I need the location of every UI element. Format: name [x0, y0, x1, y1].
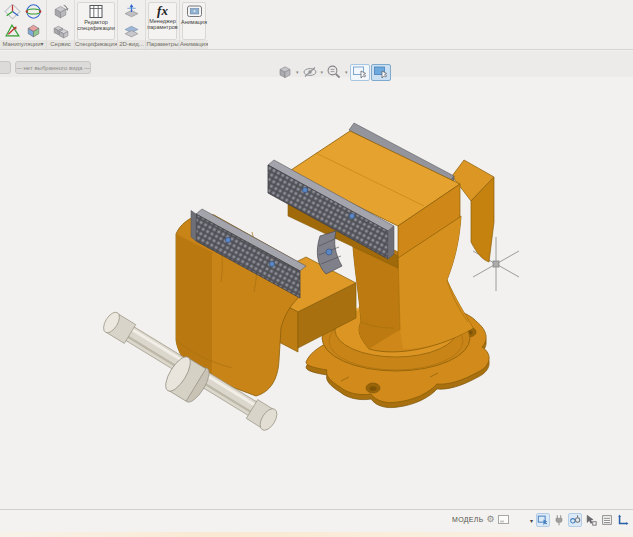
- mode-label: МОДЕЛЬ: [452, 516, 484, 523]
- list-icon[interactable]: [600, 513, 614, 527]
- gear-icon[interactable]: ⚙: [487, 514, 495, 524]
- plug-icon[interactable]: [552, 513, 566, 527]
- 2d-sheets-icon[interactable]: [123, 22, 140, 39]
- mode-indicator[interactable]: МОДЕЛЬ ⚙: [452, 514, 509, 524]
- group-label-service[interactable]: Сервис: [47, 40, 74, 49]
- animation-button[interactable]: Анимация: [182, 2, 206, 40]
- group-label-parameters[interactable]: Параметры: [146, 40, 179, 49]
- triad-icon[interactable]: [2, 2, 23, 21]
- status-icons: ▾: [530, 513, 630, 527]
- taskbar-edge: [0, 532, 633, 537]
- group-label-specification[interactable]: Спецификация: [75, 40, 117, 49]
- view-tab-stub[interactable]: [0, 61, 11, 74]
- ribbon-group-manipulations: Манипуляции▾: [0, 0, 47, 49]
- display-mode-cube-icon[interactable]: [276, 63, 294, 81]
- ribbon: Манипуляции▾ Сервис Редактор спецификаци…: [0, 0, 633, 50]
- animation-icon: [186, 4, 203, 19]
- animation-label: Анимация: [181, 19, 207, 25]
- view-tab[interactable]: — нет выбранного вида —: [15, 61, 91, 74]
- move-icon[interactable]: [2, 21, 23, 40]
- ribbon-group-service: Сервис: [47, 0, 75, 49]
- status-bar: МОДЕЛЬ ⚙ ▾: [0, 509, 633, 532]
- zoom-icon[interactable]: [325, 63, 343, 81]
- 2d-view-icon[interactable]: [123, 3, 140, 20]
- chevron-down-icon[interactable]: ▾: [530, 517, 533, 524]
- ribbon-group-2dview: 2D-вид...: [118, 0, 146, 49]
- spec-table-icon: [88, 4, 104, 19]
- chevron-down-icon[interactable]: ▾: [320, 69, 325, 75]
- select-filter-icon[interactable]: [536, 513, 550, 527]
- viewport-canvas[interactable]: [0, 77, 633, 509]
- chevron-down-icon: ▾: [41, 41, 44, 47]
- spec-editor-button[interactable]: Редактор спецификации: [77, 2, 115, 40]
- hide-eye-icon[interactable]: [301, 63, 319, 81]
- view-tab-label: — нет выбранного вида —: [16, 65, 90, 71]
- group-label-animation[interactable]: Анимация: [180, 40, 208, 49]
- parameter-manager-label: Менеджер параметров: [147, 18, 177, 31]
- axes-corner-icon[interactable]: [616, 513, 630, 527]
- vise-model[interactable]: [100, 123, 494, 433]
- select-rect-filled-icon[interactable]: [371, 64, 391, 81]
- spec-editor-label: Редактор спецификации: [77, 19, 114, 32]
- cube-rotate-icon[interactable]: [52, 3, 69, 20]
- ribbon-group-animation: Анимация Анимация: [180, 0, 208, 49]
- cursor-select-icon[interactable]: [584, 513, 598, 527]
- chevron-down-icon[interactable]: ▾: [295, 69, 300, 75]
- chevron-down-icon[interactable]: ▾: [344, 69, 349, 75]
- cubes-icon[interactable]: [52, 22, 69, 39]
- snap-icon[interactable]: [568, 513, 582, 527]
- orbit-icon[interactable]: [23, 2, 44, 21]
- cad-app-window: { "ribbon": { "groups": [ {"label": "Ман…: [0, 0, 633, 537]
- group-label-manipulations[interactable]: Манипуляции▾: [0, 40, 46, 49]
- parameter-manager-button[interactable]: fx Менеджер параметров: [148, 2, 177, 40]
- viewport[interactable]: [0, 77, 633, 509]
- group-label-2dview[interactable]: 2D-вид...: [118, 40, 145, 49]
- ribbon-group-specification: Редактор спецификации Спецификация: [75, 0, 118, 49]
- select-rect-icon[interactable]: [350, 64, 370, 81]
- fx-icon: fx: [157, 4, 168, 18]
- window-icon[interactable]: [498, 515, 509, 524]
- viewport-toolbar: ▾ ▾ ▾: [276, 63, 391, 81]
- isobox-icon[interactable]: [23, 21, 44, 40]
- ribbon-group-parameters: fx Менеджер параметров Параметры: [146, 0, 180, 49]
